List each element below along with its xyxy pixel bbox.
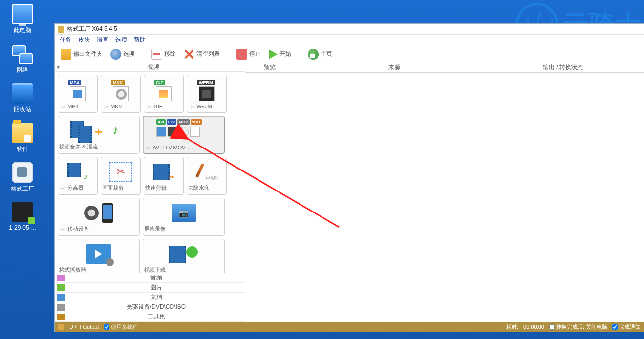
- tile-label: -> MP4: [59, 104, 96, 109]
- twopc-icon: [12, 43, 33, 64]
- window-body: ▾ 视频 MP4-> MP4MKV-> MKVGIF-> GIFWEBM-> W…: [55, 63, 644, 322]
- download-icon: ↓: [144, 241, 223, 266]
- menu-选项[interactable]: 选项: [115, 36, 127, 44]
- home-label: 主页: [321, 50, 332, 58]
- tile-download[interactable]: ↓视频下载: [143, 239, 225, 273]
- tile-label: 屏幕录像: [144, 225, 223, 233]
- category-icon: [57, 284, 65, 291]
- tile-label: -> 移动设备: [59, 225, 138, 233]
- notify-input[interactable]: [612, 324, 618, 330]
- column-header: 预览来源输出 / 转换状态: [245, 63, 644, 73]
- menu-bar: 任务皮肤语言选项帮助: [55, 35, 644, 45]
- mkv-icon: MKV: [102, 77, 139, 104]
- desktop-icon-软件[interactable]: 软件: [3, 123, 42, 153]
- tile-mkv[interactable]: MKV-> MKV: [101, 75, 141, 113]
- status-bar: D:\FFOutput 使用多线程 耗时: 00:00:00 转换完成后: 关闭…: [55, 322, 644, 332]
- collapse-icon[interactable]: ▾: [55, 64, 62, 71]
- output-folder-label: 输出文件夹: [73, 50, 103, 58]
- monitor-icon: [12, 4, 33, 24]
- tile-crop[interactable]: 画面裁剪: [101, 157, 141, 195]
- after-input[interactable]: [549, 324, 555, 330]
- desktop-icon-此电脑[interactable]: 此电脑: [3, 4, 42, 35]
- toolbar: 输出文件夹 选项 移除 清空列表 停止 开始 主页: [55, 45, 644, 63]
- tile-merge[interactable]: +♪视频合并 & 混流: [58, 116, 140, 154]
- sep-icon: [59, 159, 96, 184]
- options-label: 选项: [123, 50, 135, 58]
- tile-screen[interactable]: 屏幕录像: [143, 198, 225, 236]
- section-header-video[interactable]: ▾ 视频: [55, 63, 245, 72]
- category-icon: [57, 275, 65, 281]
- category-光驱设备\DVD\CD\ISO[interactable]: 光驱设备\DVD\CD\ISO: [55, 302, 245, 312]
- menu-语言[interactable]: 语言: [97, 36, 108, 44]
- play-icon: [269, 49, 278, 59]
- tile-player[interactable]: 格式播放器: [58, 239, 140, 273]
- notify-label: 完成通知: [619, 323, 641, 331]
- app-window: 格式工厂 X64 5.4.5 任务皮肤语言选项帮助 输出文件夹 选项 移除 清空…: [54, 23, 644, 332]
- mobile-icon: [59, 200, 138, 225]
- notify-checkbox[interactable]: 完成通知: [612, 323, 641, 331]
- multithread-label: 使用多线程: [111, 323, 138, 331]
- tile-gif[interactable]: GIF-> GIF: [144, 75, 184, 113]
- tile-label: -> 分离器: [59, 184, 96, 191]
- app-icon: [58, 26, 64, 33]
- tile-label: -> AVI FLV MOV ....: [144, 145, 223, 150]
- elapsed-label: 耗时:: [506, 323, 518, 331]
- clear-label: 清空列表: [196, 50, 220, 58]
- category-工具集[interactable]: 工具集: [55, 312, 245, 322]
- category-音频[interactable]: 音频: [55, 273, 245, 283]
- options-button[interactable]: 选项: [107, 47, 138, 61]
- multi-icon: AVIFLVMOVVOB: [144, 118, 223, 145]
- desktop-icon-网络[interactable]: 网络: [3, 43, 42, 74]
- output-folder-button[interactable]: 输出文件夹: [58, 47, 106, 61]
- category-icon: [57, 304, 65, 311]
- category-图片[interactable]: 图片: [55, 283, 245, 293]
- start-button[interactable]: 开始: [266, 48, 294, 61]
- desktop-icon-格式工厂[interactable]: 格式工厂: [3, 162, 42, 193]
- category-label: 文档: [67, 293, 245, 301]
- tile-label: 去除水印: [188, 184, 225, 191]
- remove-button[interactable]: 移除: [149, 47, 179, 61]
- tile-mobile[interactable]: -> 移动设备: [58, 198, 140, 236]
- home-icon: [308, 49, 319, 60]
- menu-皮肤[interactable]: 皮肤: [78, 36, 90, 44]
- desktop-icon-label: 此电脑: [3, 26, 42, 35]
- tile-multi[interactable]: AVIFLVMOVVOB-> AVI FLV MOV ....: [143, 116, 225, 154]
- desktop-icon-label: 回收站: [3, 106, 42, 114]
- col-输出 / 转换状态[interactable]: 输出 / 转换状态: [494, 63, 631, 72]
- multithread-checkbox[interactable]: 使用多线程: [104, 323, 138, 331]
- desktop-icon-1-29-05-...[interactable]: 1-29-05-...: [3, 202, 42, 231]
- crop-icon: [102, 159, 139, 184]
- menu-帮助[interactable]: 帮助: [134, 36, 146, 44]
- start-label: 开始: [279, 50, 291, 58]
- multithread-input[interactable]: [104, 324, 109, 330]
- category-label: 光驱设备\DVD\CD\ISO: [67, 303, 245, 311]
- desktop-icon-回收站[interactable]: 回收站: [3, 83, 42, 114]
- bin-icon: [12, 83, 33, 104]
- col-预览[interactable]: 预览: [245, 63, 294, 72]
- desktop-icon-label: 1-29-05-...: [3, 224, 42, 231]
- tile-label: 视频下载: [144, 266, 223, 273]
- left-panel: ▾ 视频 MP4-> MP4MKV-> MKVGIF-> GIFWEBM-> W…: [55, 63, 245, 322]
- title-bar: 格式工厂 X64 5.4.5: [55, 24, 644, 35]
- after-convert-checkbox[interactable]: 转换完成后: 关闭电脑: [549, 323, 607, 331]
- tile-label: 格式播放器: [59, 266, 138, 273]
- category-list: 音频图片文档光驱设备\DVD\CD\ISO工具集: [55, 273, 245, 322]
- category-icon: [57, 294, 65, 301]
- tile-fast[interactable]: 快速剪辑: [144, 157, 184, 195]
- category-文档[interactable]: 文档: [55, 293, 245, 302]
- output-path[interactable]: D:\FFOutput: [69, 324, 99, 330]
- elapsed-value: 00:00:00: [523, 324, 544, 330]
- category-label: 工具集: [67, 313, 245, 321]
- menu-任务[interactable]: 任务: [60, 36, 71, 44]
- tile-webm[interactable]: WEBM-> WebM: [187, 75, 227, 113]
- home-button[interactable]: 主页: [305, 47, 335, 61]
- tile-sep[interactable]: -> 分离器: [58, 157, 98, 195]
- col-来源[interactable]: 来源: [294, 63, 494, 72]
- after-label: 转换完成后:: [556, 323, 584, 331]
- category-label: 图片: [67, 283, 245, 292]
- tile-mp4[interactable]: MP4-> MP4: [58, 75, 98, 113]
- stop-button[interactable]: 停止: [234, 47, 264, 61]
- clear-list-button[interactable]: 清空列表: [181, 47, 223, 61]
- task-list-empty: [245, 73, 644, 322]
- tile-logo[interactable]: Logo去除水印: [187, 157, 227, 195]
